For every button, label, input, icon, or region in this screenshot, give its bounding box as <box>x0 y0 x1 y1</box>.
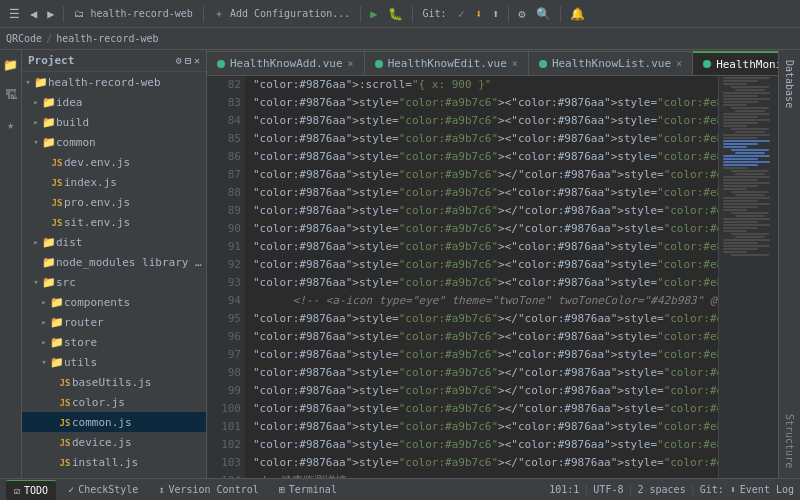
event-log[interactable]: Event Log <box>740 484 794 495</box>
tree-item-s14[interactable]: ▸📁store <box>22 332 206 352</box>
checkstyle-tab[interactable]: ✓ CheckStyle <box>60 480 146 500</box>
tree-type-icon-s1: 📁 <box>34 76 48 89</box>
position-status[interactable]: 101:1 <box>549 484 579 495</box>
tree-label-s2: idea <box>56 96 83 109</box>
tree-label-s18: common.js <box>72 416 132 429</box>
tree-item-s16[interactable]: JSbaseUtils.js <box>22 372 206 392</box>
minimap-line <box>723 242 758 244</box>
code-line-89[interactable]: "color:#9876aa">style="color:#a9b7c6"></… <box>253 202 710 220</box>
line-num-100: 100 <box>211 400 241 418</box>
version-control-tab[interactable]: ↕ Version Control <box>150 480 266 500</box>
minimap-line <box>723 203 770 205</box>
settings-icon[interactable]: ⚙ <box>515 5 528 23</box>
tree-label-s5: dev.env.js <box>64 156 130 169</box>
run-icon[interactable]: ▶ <box>367 5 380 23</box>
tree-item-s4[interactable]: ▾📁common <box>22 132 206 152</box>
minimap-line <box>723 155 770 157</box>
tree-item-s9[interactable]: ▸📁dist <box>22 232 206 252</box>
structure-panel-label[interactable]: Structure <box>782 408 797 474</box>
tree-item-s3[interactable]: ▸📁build <box>22 112 206 132</box>
tree-item-s19[interactable]: JSdevice.js <box>22 432 206 452</box>
tab-close-tab2[interactable]: × <box>512 58 518 69</box>
code-line-98[interactable]: "color:#9876aa">style="color:#a9b7c6"></… <box>253 364 710 382</box>
tree-item-s8[interactable]: JSsit.env.js <box>22 212 206 232</box>
code-line-87[interactable]: "color:#9876aa">style="color:#a9b7c6"></… <box>253 166 710 184</box>
tab-tab2[interactable]: HealthKnowEdit.vue× <box>365 51 529 75</box>
git-push-icon[interactable]: ⬆ <box>489 5 502 23</box>
breadcrumb-project[interactable]: health-record-web <box>56 33 158 44</box>
code-line-86[interactable]: "color:#9876aa">style="color:#a9b7c6"><"… <box>253 148 710 166</box>
code-line-94[interactable]: <!-- <a-icon type="eye" theme="twoTone" … <box>253 292 710 310</box>
tree-item-s13[interactable]: ▸📁router <box>22 312 206 332</box>
tree-item-s10[interactable]: 📁node_modules library root <box>22 252 206 272</box>
code-line-84[interactable]: "color:#9876aa">style="color:#a9b7c6"><"… <box>253 112 710 130</box>
tab-tab1[interactable]: HealthKnowAdd.vue× <box>207 51 365 75</box>
breadcrumb-qrcode[interactable]: QRCode <box>6 33 42 44</box>
code-line-90[interactable]: "color:#9876aa">style="color:#a9b7c6"></… <box>253 220 710 238</box>
line-num-87: 87 <box>211 166 241 184</box>
back-icon[interactable]: ◀ <box>27 5 40 23</box>
forward-icon[interactable]: ▶ <box>44 5 57 23</box>
tree-item-s1[interactable]: ▾📁health-record-web <box>22 72 206 92</box>
encoding-status[interactable]: UTF-8 <box>593 484 623 495</box>
structure-icon[interactable]: 🏗 <box>5 84 17 106</box>
code-line-102[interactable]: "color:#9876aa">style="color:#a9b7c6"><"… <box>253 436 710 454</box>
code-line-92[interactable]: "color:#9876aa">style="color:#a9b7c6"><"… <box>253 256 710 274</box>
tree-item-s5[interactable]: JSdev.env.js <box>22 152 206 172</box>
debug-icon[interactable]: 🐛 <box>385 5 406 23</box>
code-line-85[interactable]: "color:#9876aa">style="color:#a9b7c6"><"… <box>253 130 710 148</box>
tab-close-tab1[interactable]: × <box>348 58 354 69</box>
sidebar-collapse-icon[interactable]: ⊟ <box>185 55 191 66</box>
code-line-88[interactable]: "color:#9876aa">style="color:#a9b7c6"><"… <box>253 184 710 202</box>
terminal-tab[interactable]: ⊞ Terminal <box>271 480 345 500</box>
minimap-line <box>723 206 758 208</box>
menu-icon[interactable]: ☰ <box>6 5 23 23</box>
tab-tab3[interactable]: HealthKnowList.vue× <box>529 51 693 75</box>
notify-icon[interactable]: 🔔 <box>567 5 588 23</box>
tree-item-s7[interactable]: JSpro.env.js <box>22 192 206 212</box>
minimap-line <box>735 215 765 217</box>
search-icon[interactable]: 🔍 <box>533 5 554 23</box>
tree-item-s11[interactable]: ▾📁src <box>22 272 206 292</box>
code-line-104[interactable]: <!--健康监测详情--> <box>253 472 710 478</box>
tab-close-tab3[interactable]: × <box>676 58 682 69</box>
favorites-icon[interactable]: ★ <box>7 114 14 136</box>
todo-tab[interactable]: ☑ TODO <box>6 480 56 500</box>
code-line-91[interactable]: "color:#9876aa">style="color:#a9b7c6"><"… <box>253 238 710 256</box>
code-line-97[interactable]: "color:#9876aa">style="color:#a9b7c6"><"… <box>253 346 710 364</box>
code-content[interactable]: "color:#9876aa">:scroll="{ x: 900 }" "co… <box>245 76 718 478</box>
add-config-btn[interactable]: ＋ Add Configuration... <box>210 5 354 23</box>
code-line-100[interactable]: "color:#9876aa">style="color:#a9b7c6"></… <box>253 400 710 418</box>
tree-item-s15[interactable]: ▾📁utils <box>22 352 206 372</box>
code-line-82[interactable]: "color:#9876aa">:scroll="{ x: 900 }" <box>253 76 710 94</box>
code-line-96[interactable]: "color:#9876aa">style="color:#a9b7c6"><"… <box>253 328 710 346</box>
tab-tab4[interactable]: HealthMonitorList.vue× <box>693 51 778 75</box>
tree-label-s16: baseUtils.js <box>72 376 151 389</box>
git-pull-icon[interactable]: ⬇ <box>472 5 485 23</box>
tree-item-s6[interactable]: JSindex.js <box>22 172 206 192</box>
tree-item-s20[interactable]: JSinstall.js <box>22 452 206 472</box>
code-line-95[interactable]: "color:#9876aa">style="color:#a9b7c6"></… <box>253 310 710 328</box>
code-line-83[interactable]: "color:#9876aa">style="color:#a9b7c6"><"… <box>253 94 710 112</box>
code-line-93[interactable]: "color:#9876aa">style="color:#a9b7c6"><"… <box>253 274 710 292</box>
minimap-line <box>723 146 747 148</box>
minimap-line <box>735 152 765 154</box>
tree-item-s17[interactable]: JScolor.js <box>22 392 206 412</box>
database-panel-label[interactable]: Database <box>782 54 797 114</box>
minimap-line <box>723 122 758 124</box>
git-check-icon[interactable]: ✓ <box>455 5 468 23</box>
sidebar-settings-icon[interactable]: ⚙ <box>176 55 182 66</box>
project-icon[interactable]: 📁 <box>3 54 18 76</box>
tree-item-s12[interactable]: ▸📁components <box>22 292 206 312</box>
spaces-status[interactable]: 2 spaces <box>637 484 685 495</box>
tree-item-s18[interactable]: JScommon.js <box>22 412 206 432</box>
code-line-103[interactable]: "color:#9876aa">style="color:#a9b7c6"></… <box>253 454 710 472</box>
line-num-96: 96 <box>211 328 241 346</box>
tree-type-icon-s14: 📁 <box>50 336 64 349</box>
code-line-101[interactable]: "color:#9876aa">style="color:#a9b7c6"><"… <box>253 418 710 436</box>
code-line-99[interactable]: "color:#9876aa">style="color:#a9b7c6"></… <box>253 382 710 400</box>
git-status[interactable]: Git: ⬇ <box>700 484 736 495</box>
sidebar-close-icon[interactable]: ✕ <box>194 55 200 66</box>
line-num-90: 90 <box>211 220 241 238</box>
tree-item-s2[interactable]: ▸📁idea <box>22 92 206 112</box>
